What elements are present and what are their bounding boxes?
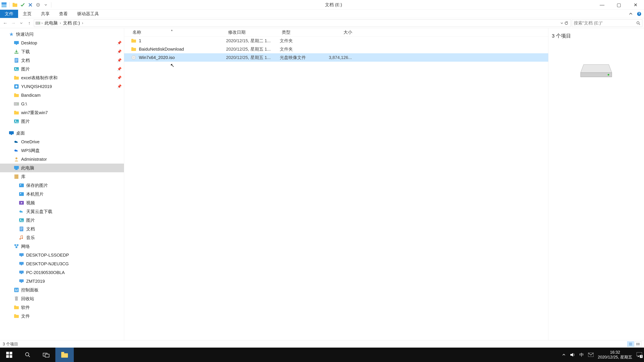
search-input[interactable] <box>574 20 635 26</box>
nav-item[interactable]: Bandicam <box>0 91 124 99</box>
view-large-button[interactable] <box>634 341 641 347</box>
crumb-this-pc[interactable]: 此电脑 <box>44 20 59 26</box>
tab-view[interactable]: 查看 <box>54 10 72 18</box>
tab-share[interactable]: 共享 <box>36 10 54 18</box>
x-icon[interactable] <box>27 2 33 8</box>
breadcrumb[interactable]: › 此电脑 › 文档 (E:) › <box>34 19 571 27</box>
check-icon[interactable] <box>20 2 26 8</box>
recent-dropdown[interactable] <box>18 19 25 27</box>
nav-item[interactable]: 文档 <box>0 225 124 233</box>
chevron-down-icon[interactable] <box>560 22 563 25</box>
nav-item[interactable]: Administrator <box>0 155 124 164</box>
nav-item[interactable]: 保存的图片 <box>0 181 124 190</box>
nav-item[interactable]: YUNQISHI2019📌 <box>0 82 124 91</box>
svg-point-29 <box>18 104 18 104</box>
close-button[interactable]: ✕ <box>627 0 644 10</box>
svg-rect-35 <box>11 134 12 135</box>
nav-item[interactable]: PC-20190530OBLA <box>0 268 124 277</box>
dropdown-icon[interactable] <box>43 2 49 8</box>
expand-ribbon-icon[interactable] <box>628 11 634 17</box>
crumb-drive-e[interactable]: 文档 (E:) <box>62 20 81 26</box>
col-name[interactable]: 名称▴ <box>131 29 226 35</box>
nav-item[interactable]: 音乐 <box>0 233 124 242</box>
nav-item[interactable]: 桌面 <box>0 129 124 137</box>
nav-item[interactable]: 控制面板 <box>0 286 124 294</box>
up-button[interactable]: ↑ <box>26 19 33 27</box>
maximize-button[interactable]: ▢ <box>610 0 627 10</box>
col-size[interactable]: 大小 <box>325 29 354 35</box>
nav-item[interactable]: 图片📌 <box>0 65 124 73</box>
nav-item[interactable]: 文件 <box>0 312 124 321</box>
taskview-button[interactable] <box>37 348 55 362</box>
col-date[interactable]: 修改日期 <box>226 29 280 35</box>
minimize-button[interactable]: — <box>594 0 610 10</box>
nav-item[interactable]: Desktop📌 <box>0 38 124 47</box>
nav-item[interactable]: 回收站 <box>0 294 124 303</box>
gear-icon[interactable] <box>35 2 41 8</box>
volume-icon[interactable] <box>570 353 575 357</box>
chevron-right-icon[interactable]: › <box>59 21 61 25</box>
svg-rect-0 <box>2 2 6 5</box>
nav-item[interactable]: DESKTOP-LSSOEDP <box>0 251 124 259</box>
nav-item[interactable]: WPS网盘 <box>0 146 124 155</box>
nav-item[interactable]: 图片 <box>0 117 124 126</box>
svg-rect-40 <box>14 174 16 179</box>
nav-item[interactable]: 网络 <box>0 242 124 251</box>
file-row[interactable]: BaiduNetdiskDownload2020/12/25, 星期五 1...… <box>124 45 548 53</box>
col-type[interactable]: 类型 <box>280 29 325 35</box>
help-icon[interactable]: ? <box>636 11 642 17</box>
nav-item[interactable]: 此电脑 <box>0 164 124 172</box>
file-row[interactable]: 12020/12/15, 星期二 1...文件夹 <box>124 36 548 45</box>
nav-item[interactable]: 库 <box>0 172 124 181</box>
action-center-icon[interactable]: 3 <box>636 352 642 357</box>
nav-item[interactable]: ZMT2019 <box>0 277 124 286</box>
tab-file[interactable]: 文件 <box>0 10 18 18</box>
svg-rect-64 <box>19 279 24 282</box>
nav-item[interactable]: G:\ <box>0 99 124 108</box>
ime-indicator[interactable]: 中 <box>580 352 584 358</box>
clock[interactable]: 16:32 2020/12/25, 星期五 <box>598 350 632 360</box>
search-button[interactable] <box>18 348 37 362</box>
file-row[interactable]: Win7x64_2020.iso2020/12/25, 星期五 1...光盘映像… <box>124 53 548 62</box>
pin-icon: 📌 <box>117 76 122 80</box>
disc-icon <box>131 55 136 60</box>
nav-item[interactable]: excel表格制作求和📌 <box>0 73 124 82</box>
nav-item[interactable]: OneDrive <box>0 137 124 146</box>
drive-icon <box>36 21 40 26</box>
nav-item[interactable]: 文档📌 <box>0 56 124 65</box>
nav-label: 图片 <box>21 118 30 124</box>
svg-rect-14 <box>16 44 17 45</box>
nav-item[interactable]: 图片 <box>0 216 124 225</box>
tab-home[interactable]: 主页 <box>18 10 36 18</box>
start-button[interactable] <box>0 348 18 362</box>
nav-item[interactable]: win7重装win7 <box>0 108 124 117</box>
nav-item[interactable]: 快速访问 <box>0 30 124 38</box>
chevron-right-icon[interactable]: › <box>41 21 43 25</box>
svg-rect-62 <box>19 271 24 273</box>
nav-item[interactable]: 天翼云盘下载 <box>0 207 124 216</box>
back-button[interactable]: ← <box>2 19 9 27</box>
forward-button[interactable]: → <box>10 19 17 27</box>
nav-item[interactable]: 本机照片 <box>0 190 124 198</box>
search-box[interactable] <box>572 19 642 27</box>
nav-item[interactable]: 下载📌 <box>0 47 124 56</box>
svg-rect-65 <box>21 282 22 283</box>
desktop-root-icon <box>8 130 14 136</box>
nav-item[interactable]: 视频 <box>0 198 124 207</box>
svg-rect-92 <box>638 344 640 345</box>
file-date: 2020/12/15, 星期二 1... <box>226 38 280 44</box>
nav-item[interactable]: DESKTOP-NJEU3CG <box>0 259 124 268</box>
nav-item[interactable]: 软件 <box>0 303 124 312</box>
refresh-icon[interactable] <box>564 21 568 25</box>
search-icon[interactable] <box>636 21 640 25</box>
explorer-task-button[interactable] <box>55 348 74 362</box>
systray: 中 16:32 2020/12/25, 星期五 3 <box>560 350 644 360</box>
folder-icon[interactable] <box>12 2 18 8</box>
svg-rect-91 <box>636 344 638 345</box>
tray-overflow-icon[interactable] <box>562 353 566 357</box>
tab-drive-tools[interactable]: 驱动器工具 <box>72 10 104 18</box>
mail-icon[interactable] <box>588 353 594 357</box>
chevron-right-icon[interactable]: › <box>82 21 84 25</box>
view-details-button[interactable] <box>627 341 634 347</box>
svg-rect-74 <box>14 306 16 307</box>
